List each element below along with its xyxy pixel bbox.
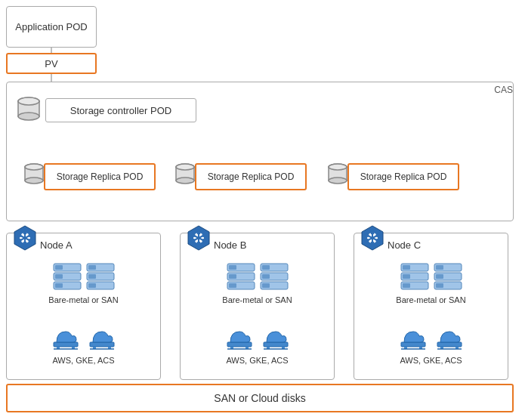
- replica-pod-1-label: Storage Replica POD: [57, 171, 144, 182]
- cloud-label-a: AWS, GKE, ACS: [7, 356, 160, 365]
- svg-point-98: [376, 239, 380, 242]
- cloud-icons-b: [188, 317, 326, 354]
- k8s-icon-a: [11, 224, 36, 249]
- svg-rect-76: [262, 265, 270, 270]
- svg-point-32: [23, 231, 27, 235]
- svg-rect-39: [55, 265, 63, 270]
- svg-rect-47: [88, 274, 96, 279]
- replica-pod-2-label: Storage Replica POD: [208, 171, 295, 182]
- node-b-name: Node B: [211, 233, 334, 251]
- svg-rect-107: [436, 265, 443, 270]
- server-racks-a: [14, 260, 153, 294]
- svg-point-97: [366, 239, 369, 242]
- svg-rect-41: [55, 274, 63, 279]
- svg-point-14: [18, 97, 39, 105]
- svg-rect-43: [55, 283, 63, 288]
- svg-point-33: [18, 233, 22, 237]
- svg-point-21: [176, 178, 194, 184]
- svg-point-22: [176, 164, 194, 170]
- server-racks-c: [362, 260, 500, 294]
- pv-label: PV: [45, 58, 57, 69]
- san-box: SAN or Cloud disks: [6, 384, 514, 412]
- svg-rect-80: [262, 283, 270, 288]
- svg-point-96: [376, 233, 380, 237]
- svg-rect-49: [88, 283, 96, 288]
- svg-point-35: [18, 239, 22, 242]
- svg-rect-74: [229, 283, 236, 288]
- bare-metal-label-a: Bare-metal or SAN: [7, 295, 160, 304]
- cloud-icons-c: [362, 317, 500, 354]
- svg-rect-70: [229, 265, 236, 270]
- san-label: SAN or Cloud disks: [214, 392, 305, 404]
- svg-point-65: [202, 233, 206, 237]
- svg-point-13: [18, 113, 39, 120]
- bare-metal-label-c: Bare-metal or SAN: [354, 295, 508, 304]
- svg-rect-116: [437, 342, 462, 347]
- svg-point-34: [29, 233, 32, 237]
- svg-rect-45: [88, 265, 96, 270]
- svg-rect-81: [227, 342, 252, 347]
- svg-point-18: [25, 164, 43, 170]
- replica-pod-3-label: Storage Replica POD: [360, 171, 447, 182]
- svg-point-17: [25, 178, 43, 184]
- cas-label: CAS: [494, 85, 513, 95]
- node-a-name: Node A: [37, 233, 160, 251]
- svg-point-36: [29, 239, 32, 242]
- node-b-box: Node B Bare-metal or SAN: [180, 233, 335, 380]
- svg-point-94: [371, 231, 375, 235]
- cloud-label-b: AWS, GKE, ACS: [181, 356, 334, 365]
- svg-point-63: [197, 231, 201, 235]
- pv-box: PV: [6, 53, 97, 74]
- cloud-icons-a: [14, 317, 153, 354]
- node-a-box: Node A Bare-metal or SAN: [6, 233, 161, 380]
- cloud-label-c: AWS, GKE, ACS: [354, 356, 508, 365]
- server-racks-b: [188, 260, 326, 294]
- svg-rect-72: [229, 274, 236, 279]
- svg-point-95: [366, 233, 369, 237]
- diagram: Application POD PV CAS Storage controlle…: [0, 0, 525, 420]
- controller-icon: [17, 97, 41, 124]
- replica-pod-3: Storage Replica POD: [347, 163, 459, 190]
- k8s-icon-b: [185, 224, 209, 249]
- svg-point-26: [329, 164, 347, 170]
- svg-point-68: [197, 242, 201, 246]
- svg-rect-85: [264, 342, 288, 347]
- svg-rect-111: [436, 283, 443, 288]
- svg-point-67: [202, 239, 206, 242]
- svg-rect-109: [436, 274, 443, 279]
- replica-pod-2: Storage Replica POD: [195, 163, 307, 190]
- bare-metal-label-b: Bare-metal or SAN: [181, 295, 334, 304]
- storage-controller-label: Storage controller POD: [70, 105, 171, 116]
- svg-point-99: [371, 242, 375, 246]
- svg-rect-103: [403, 274, 410, 279]
- svg-rect-54: [90, 342, 114, 347]
- svg-rect-105: [403, 283, 410, 288]
- k8s-icon-c: [359, 224, 383, 249]
- replica-pod-1: Storage Replica POD: [44, 163, 156, 190]
- node-c-box: Node C Bare-metal or SAN: [354, 233, 508, 380]
- storage-controller-box: Storage controller POD: [45, 98, 196, 122]
- app-pod-label: Application POD: [15, 21, 87, 32]
- svg-point-64: [192, 233, 196, 237]
- svg-rect-78: [262, 274, 270, 279]
- svg-rect-50: [54, 342, 78, 347]
- svg-point-66: [192, 239, 196, 242]
- app-pod-box: Application POD: [6, 6, 97, 48]
- svg-rect-101: [403, 265, 410, 270]
- node-c-name: Node C: [384, 233, 508, 251]
- svg-point-37: [23, 242, 27, 246]
- svg-point-25: [329, 178, 347, 184]
- svg-rect-112: [401, 342, 425, 347]
